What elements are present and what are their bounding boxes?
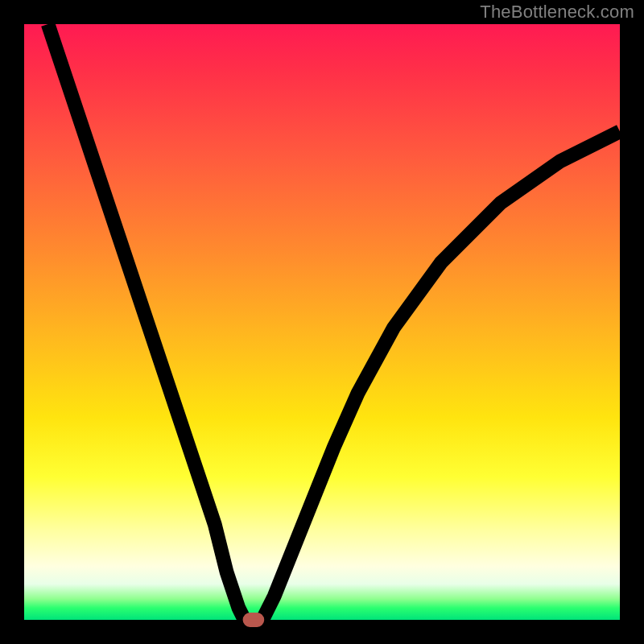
chart-svg bbox=[24, 24, 620, 620]
minimum-marker bbox=[246, 616, 261, 624]
plot-area bbox=[24, 24, 620, 620]
watermark-text: TheBottleneck.com bbox=[480, 2, 634, 23]
curve-right-branch bbox=[262, 131, 620, 620]
curve-left-branch bbox=[48, 24, 245, 620]
chart-frame: TheBottleneck.com bbox=[0, 0, 644, 644]
